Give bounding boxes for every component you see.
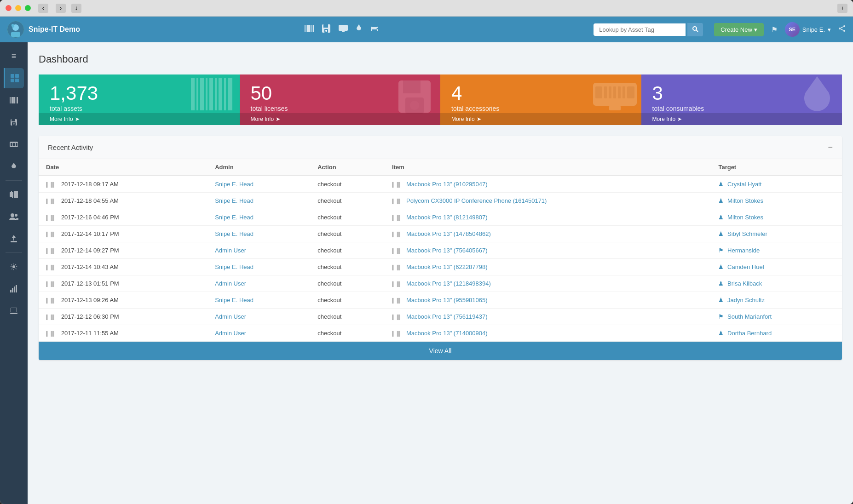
sidebar-item-accessories[interactable] bbox=[4, 134, 24, 155]
svg-point-57 bbox=[12, 265, 15, 268]
svg-rect-42 bbox=[12, 119, 15, 121]
cell-item: ▌▐▌ Macbook Pro 13" (622287798) bbox=[385, 259, 711, 275]
item-barcode-icon: ▌▐▌ bbox=[392, 215, 402, 220]
svg-rect-70 bbox=[219, 78, 222, 110]
admin-link[interactable]: Snipe E. Head bbox=[215, 297, 254, 304]
page-title: Dashboard bbox=[39, 53, 842, 65]
cell-target: ♟ Milton Stokes bbox=[711, 209, 842, 226]
admin-link[interactable]: Admin User bbox=[215, 280, 246, 287]
svg-rect-31 bbox=[15, 74, 19, 78]
cell-date: ▌▐▌ 2017-12-14 09:27 PM bbox=[39, 242, 207, 259]
barcode-nav-icon[interactable] bbox=[305, 25, 314, 34]
target-link[interactable]: Milton Stokes bbox=[727, 214, 763, 221]
item-link[interactable]: Macbook Pro 13" (622287798) bbox=[406, 263, 488, 270]
share-icon[interactable] bbox=[838, 25, 846, 34]
target-link[interactable]: Sibyl Schmeler bbox=[727, 230, 767, 237]
cell-action: checkout bbox=[310, 193, 385, 209]
flag-icon[interactable]: ⚑ bbox=[771, 25, 778, 34]
target-link[interactable]: Hermanside bbox=[727, 247, 760, 254]
target-type-icon: ♟ bbox=[718, 263, 724, 270]
target-link[interactable]: Dortha Bernhard bbox=[727, 330, 772, 337]
print-nav-icon[interactable] bbox=[370, 25, 379, 34]
admin-link[interactable]: Snipe E. Head bbox=[215, 197, 254, 204]
stat-card-licenses-info: 50 total licenses bbox=[251, 84, 288, 112]
item-link[interactable]: Macbook Pro 13" (910295047) bbox=[406, 181, 488, 188]
cell-admin: Snipe E. Head bbox=[207, 176, 310, 193]
target-link[interactable]: Brisa Kilback bbox=[727, 280, 762, 287]
row-barcode-icon: ▌▐▌ bbox=[46, 182, 56, 187]
admin-link[interactable]: Snipe E. Head bbox=[215, 181, 254, 188]
table-row: ▌▐▌ 2017-12-14 10:43 AM Snipe E. Head ch… bbox=[39, 259, 842, 275]
sidebar-item-users[interactable] bbox=[4, 206, 24, 227]
sidebar-item-menu[interactable]: ≡ bbox=[4, 46, 24, 66]
close-button[interactable] bbox=[6, 5, 12, 11]
brand: Snipe-IT Demo bbox=[7, 21, 90, 38]
cell-admin: Snipe E. Head bbox=[207, 209, 310, 226]
cell-target: ♟ Sibyl Schmeler bbox=[711, 226, 842, 242]
table-row: ▌▐▌ 2017-12-11 11:55 AM Admin User check… bbox=[39, 325, 842, 342]
svg-rect-37 bbox=[13, 97, 14, 103]
brand-avatar bbox=[7, 21, 24, 38]
view-all-button[interactable]: View All bbox=[39, 342, 842, 360]
item-link[interactable]: Polycom CX3000 IP Conference Phone (1614… bbox=[406, 197, 547, 204]
target-link[interactable]: South Marianfort bbox=[727, 313, 772, 320]
user-name: Snipe E. bbox=[802, 26, 825, 33]
sidebar-item-dashboard[interactable] bbox=[4, 68, 24, 88]
svg-rect-66 bbox=[200, 78, 204, 110]
sidebar-item-assets[interactable] bbox=[4, 90, 24, 110]
item-link[interactable]: Macbook Pro 13" (1478504862) bbox=[406, 230, 491, 237]
sidebar-item-settings[interactable] bbox=[4, 257, 24, 277]
back-button[interactable]: ‹ bbox=[38, 4, 48, 13]
target-link[interactable]: Jadyn Schultz bbox=[727, 297, 765, 304]
admin-link[interactable]: Admin User bbox=[215, 313, 246, 320]
download-button[interactable]: ↓ bbox=[71, 4, 81, 13]
target-link[interactable]: Crystal Hyatt bbox=[727, 181, 761, 188]
forward-button[interactable]: › bbox=[56, 4, 66, 13]
admin-link[interactable]: Snipe E. Head bbox=[215, 214, 254, 221]
target-link[interactable]: Milton Stokes bbox=[727, 197, 763, 204]
item-link[interactable]: Macbook Pro 13" (714000904) bbox=[406, 330, 488, 337]
sidebar-item-consumables[interactable] bbox=[4, 156, 24, 177]
target-link[interactable]: Camden Huel bbox=[727, 263, 764, 270]
item-link[interactable]: Macbook Pro 13" (756119437) bbox=[406, 313, 488, 320]
svg-rect-53 bbox=[12, 197, 13, 198]
item-link[interactable]: Macbook Pro 13" (955981065) bbox=[406, 297, 488, 304]
monitor-nav-icon[interactable] bbox=[339, 25, 348, 34]
admin-link[interactable]: Snipe E. Head bbox=[215, 263, 254, 270]
search-button[interactable] bbox=[687, 23, 703, 36]
admin-link[interactable]: Admin User bbox=[215, 330, 246, 337]
create-new-button[interactable]: Create New ▾ bbox=[714, 23, 764, 36]
save-nav-icon[interactable] bbox=[322, 24, 330, 34]
search-input[interactable] bbox=[594, 23, 686, 36]
consumables-label: total consumables bbox=[652, 105, 704, 112]
item-barcode-icon: ▌▐▌ bbox=[392, 265, 402, 270]
minimize-button[interactable] bbox=[15, 5, 21, 11]
item-link[interactable]: Macbook Pro 13" (756405667) bbox=[406, 247, 488, 254]
licenses-icon bbox=[396, 78, 433, 122]
sidebar-item-components[interactable] bbox=[4, 184, 24, 205]
user-menu[interactable]: SE Snipe E. ▾ bbox=[785, 22, 831, 37]
svg-rect-8 bbox=[309, 25, 310, 32]
maximize-button[interactable] bbox=[25, 5, 31, 11]
table-row: ▌▐▌ 2017-12-14 09:27 PM Admin User check… bbox=[39, 242, 842, 259]
droplet-nav-icon[interactable] bbox=[356, 24, 362, 34]
admin-link[interactable]: Snipe E. Head bbox=[215, 230, 254, 237]
item-link[interactable]: Macbook Pro 13" (1218498394) bbox=[406, 280, 491, 287]
cell-item: ▌▐▌ Macbook Pro 13" (714000904) bbox=[385, 325, 711, 342]
target-type-icon: ♟ bbox=[718, 181, 724, 188]
sidebar-item-laptop[interactable] bbox=[4, 301, 24, 321]
cell-item: ▌▐▌ Macbook Pro 13" (1218498394) bbox=[385, 275, 711, 292]
admin-link[interactable]: Admin User bbox=[215, 247, 246, 254]
item-link[interactable]: Macbook Pro 13" (812149807) bbox=[406, 214, 488, 221]
sidebar-item-reports[interactable] bbox=[4, 279, 24, 299]
row-barcode-icon: ▌▐▌ bbox=[46, 265, 56, 270]
activity-title: Recent Activity bbox=[48, 143, 93, 151]
activity-collapse-button[interactable]: − bbox=[828, 143, 833, 152]
accessories-count: 4 bbox=[451, 84, 499, 103]
sidebar-item-licenses[interactable] bbox=[4, 112, 24, 132]
sidebar-item-upload[interactable] bbox=[4, 229, 24, 249]
cell-date: ▌▐▌ 2017-12-14 10:17 PM bbox=[39, 226, 207, 242]
add-tab-button[interactable]: + bbox=[837, 4, 847, 13]
svg-point-44 bbox=[13, 123, 15, 125]
svg-rect-9 bbox=[311, 25, 311, 32]
